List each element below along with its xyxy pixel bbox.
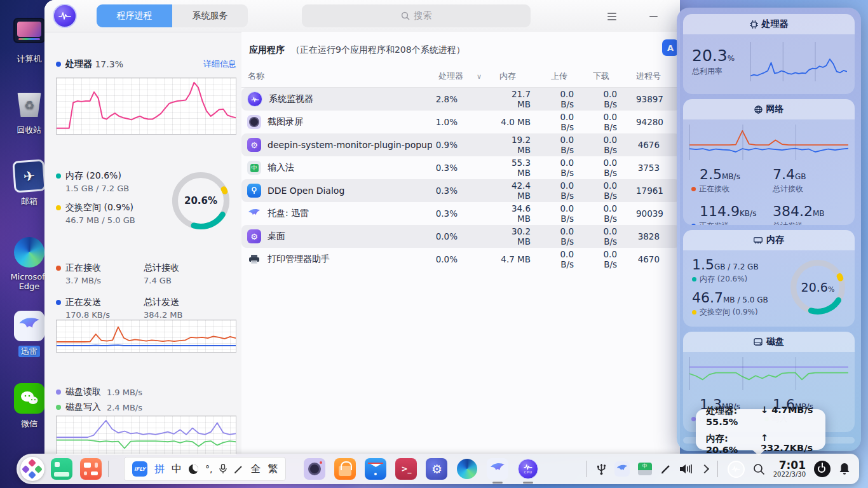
launcher-button[interactable] (20, 457, 44, 481)
taskbar-thunder-icon[interactable] (487, 458, 508, 480)
net-total-send-stat: 总计发送 384.2 MB (144, 297, 236, 320)
popup-disk-chart (689, 357, 848, 390)
ime-pen-icon[interactable] (234, 464, 243, 474)
input-method-bar[interactable]: iFLY 拼 中 °, 全 繁 (124, 457, 286, 481)
memory-dot-icon (692, 277, 696, 281)
popup-memory-title: 内存 (766, 234, 784, 246)
table-row[interactable]: ⚙deepin-system-monitor-plugin-popup 0.9%… (241, 133, 680, 156)
popup-network-chart (689, 125, 848, 160)
table-row[interactable]: 截图录屏 1.0% 4.0 MB 0.0 B/s 0.0 B/s 94280 (241, 111, 680, 133)
taskbar-separator (108, 461, 109, 477)
table-row[interactable]: 托盘: 迅雷 0.3% 34.6 MB 0.0 B/s 0.0 B/s 9003… (241, 202, 680, 225)
net-total-recv-stat: 总计接收 7.4 GB (144, 262, 236, 285)
search-input[interactable]: 搜索 (302, 4, 531, 27)
tooltip-download: ↓ 4.7MB/s (761, 405, 815, 427)
col-download[interactable]: 下载 (593, 71, 636, 82)
clock-time: 7:01 (773, 460, 806, 471)
memory-ram-icon (754, 237, 763, 244)
table-row[interactable]: DDE Open Dialog 0.3% 42.4 MB 0.0 B/s 0.0… (241, 179, 680, 202)
cpu-label: 处理器 (65, 58, 92, 70)
tray-power-button[interactable] (814, 461, 831, 477)
ime-fullwidth[interactable]: 全 (250, 463, 261, 476)
taskbar-monitor-tooltip: 处理器: 55.5% ↓ 4.7MB/s 内存: 20.6% ↑ 232.7KB… (696, 409, 825, 450)
taskbar-mail-icon[interactable] (365, 458, 386, 480)
taskbar-settings-icon[interactable]: ⚙ (426, 458, 447, 480)
swap-stat: 交换空间 (0.9%) 46.7 MB / 5.0 GB (56, 202, 164, 225)
ime-punctuation[interactable]: °, (205, 464, 212, 474)
search-placeholder: 搜索 (414, 10, 432, 22)
table-row[interactable]: 系统监视器 2.8% 21.7 MB 0.0 B/s 0.0 B/s 93897 (241, 88, 680, 111)
tray-thunder-icon[interactable] (614, 461, 630, 477)
tray-usb-icon[interactable] (597, 463, 606, 475)
popup-recv-stat: 2.5MB/s 正在接收 (700, 166, 773, 194)
table-row[interactable]: 打印管理器助手 0.0% 4.7 MB 0.0 B/s 0.0 B/s 4670 (241, 248, 680, 271)
taskbar-edge-icon[interactable] (456, 458, 478, 480)
wechat-icon (14, 383, 44, 414)
popup-network-card: 网络 2.5MB/s 正在接收 7.4GB 总计接收 114.9KB/s (683, 99, 855, 225)
popup-memory-card: 内存 1.5GB / 7.2 GB 内存 (20.6%) 46.7MB / 5.… (683, 230, 855, 327)
tray-search-icon[interactable] (753, 463, 765, 475)
popup-total-recv-stat: 7.4GB 总计接收 (773, 166, 846, 194)
network-summary: 正在接收 3.7 MB/s 总计接收 7.4 GB 正在发送 170.8 KB/… (56, 262, 236, 320)
taskbar-screenshot-icon[interactable] (304, 458, 325, 480)
cpu-chip-icon (750, 20, 758, 29)
tray-pen-icon[interactable] (660, 464, 671, 475)
col-name[interactable]: 名称 (241, 71, 432, 82)
ime-cn-mode[interactable]: 中 (172, 463, 182, 476)
minimize-button[interactable] (646, 9, 661, 24)
popup-disk-title: 磁盘 (766, 336, 784, 348)
memory-dot-icon (56, 173, 61, 179)
popup-network-title: 网络 (766, 104, 784, 115)
send-dot-icon (691, 224, 696, 225)
disk-read-stat: 磁盘读取 1.9 MB/s (56, 386, 236, 398)
tab-services[interactable]: 系统服务 (172, 4, 248, 27)
taskbar-sysmon-icon[interactable]: CPU (517, 458, 539, 480)
recv-dot-icon (691, 187, 696, 191)
tray-notification-bell-icon[interactable] (839, 463, 850, 475)
down-arrow-icon: ↓ (761, 405, 768, 415)
desktop: 计算机 ♻ 回收站 ✈ 邮箱 Microsoft Edge 迅雷 微信 程序进程 (0, 0, 868, 488)
disk-chart (56, 416, 236, 455)
tray-expand-chevron-icon[interactable] (700, 464, 709, 473)
app-logo-icon (53, 4, 77, 28)
taskbar-appstore-icon[interactable] (334, 458, 356, 480)
ime-moon-icon[interactable] (189, 464, 198, 474)
table-header: 名称 处理器 ∨ 内存 上传 下载 进程号 (241, 65, 680, 88)
col-memory[interactable]: 内存 (496, 71, 550, 82)
popup-memory-stats: 1.5GB / 7.2 GB 内存 (20.6%) 46.7MB / 5.0 G… (692, 257, 789, 318)
mail-icon: ✈ (12, 159, 46, 193)
tray-volume-icon[interactable] (679, 463, 693, 475)
thunder-tray-icon (247, 207, 261, 220)
ime-pinyin[interactable]: 拼 (154, 463, 165, 476)
disk-icon (754, 338, 763, 346)
search-icon (401, 11, 410, 20)
popup-cpu-chart (750, 42, 847, 81)
tooltip-cpu: 处理器: 55.5% (706, 405, 761, 427)
taskbar-multitask-icon[interactable] (51, 458, 72, 480)
taskbar-clock[interactable]: 7:01 2022/3/30 (773, 460, 806, 478)
net-recv-stat: 正在接收 3.7 MB/s (56, 262, 144, 285)
disk-read-dot-icon (56, 390, 61, 395)
table-row[interactable]: 中输入法 0.3% 55.3 MB 0.0 B/s 0.0 B/s 3753 (241, 156, 680, 179)
tab-processes[interactable]: 程序进程 (97, 4, 172, 27)
taskbar-terminal-icon[interactable]: >_ (395, 458, 417, 480)
ime-mic-icon[interactable] (219, 464, 227, 474)
tray-keyboard-icon[interactable]: 中 (638, 463, 652, 475)
window-titlebar: 程序进程 系统服务 搜索 (44, 0, 680, 32)
screenshot-icon (247, 115, 261, 129)
tooltip-memory: 内存: 20.6% (706, 433, 761, 455)
col-upload[interactable]: 上传 (550, 71, 593, 82)
taskbar-dashboard-icon[interactable] (80, 458, 102, 480)
cpu-summary: 处理器 17.3% (56, 58, 123, 70)
col-cpu[interactable]: 处理器 (432, 71, 477, 82)
sort-chevron-down-icon[interactable]: ∨ (477, 72, 496, 81)
tray-sysmon-icon[interactable] (728, 461, 745, 478)
taskbar: iFLY 拼 中 °, 全 繁 >_ ⚙ CPU 中 (17, 454, 859, 484)
table-row[interactable]: ⚙桌面 0.0% 30.2 MB 0.0 B/s 0.0 B/s 3828 (241, 225, 680, 248)
process-table-area: 应用程序 （正在运行9个应用程序和208个系统进程） A 名称 处理器 ∨ 内存… (241, 32, 680, 454)
ime-traditional[interactable]: 繁 (268, 463, 278, 476)
col-pid[interactable]: 进程号 (636, 71, 680, 82)
popup-cpu-stat: 20.3% 总利用率 (692, 46, 750, 77)
menu-button[interactable] (604, 9, 620, 24)
details-link[interactable]: 详细信息 (203, 58, 236, 70)
